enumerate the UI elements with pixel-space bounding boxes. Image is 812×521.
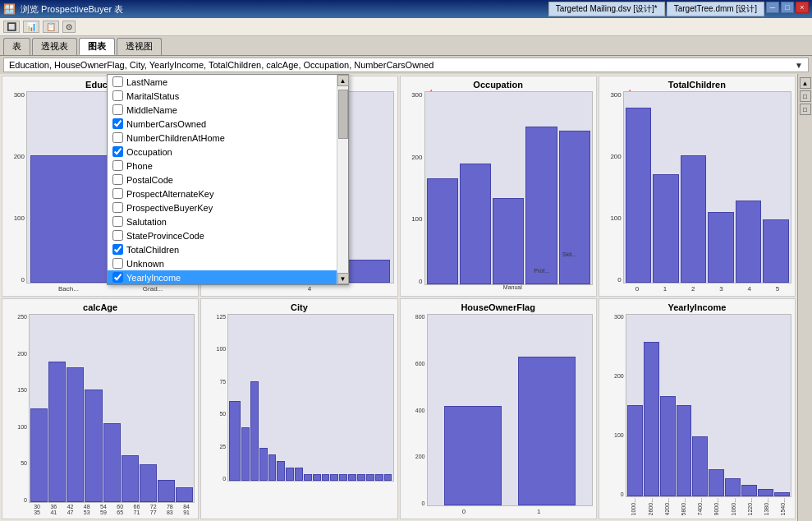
chart-calc-age: calcAge ➤ 250200150100500 — [2, 298, 199, 519]
dropdown-item-occupation[interactable]: Occupation — [108, 145, 348, 159]
checkbox-yearlyincome[interactable] — [112, 272, 123, 283]
dropdown-item-prospectivebuyerkey[interactable]: ProspectiveBuyerKey — [108, 201, 348, 214]
chart-total-children-title: TotalChildren — [668, 80, 726, 90]
dropdown-item-maritalstatus[interactable]: MaritalStatus — [108, 89, 348, 103]
checkbox-postalcode[interactable] — [112, 174, 123, 185]
dropdown-item-postalcode[interactable]: PostalCode — [108, 173, 348, 187]
chart-total-children: TotalChildren ➤ 3002001000 — [599, 76, 796, 297]
tab-table[interactable]: 表 — [3, 38, 30, 55]
dropdown-scrollbar[interactable]: ▲ ▼ — [337, 75, 348, 284]
checkbox-phone[interactable] — [112, 160, 123, 171]
dropdown-item-salutation[interactable]: Salutation — [108, 214, 348, 228]
checkbox-prospectivebuyerkey[interactable] — [112, 202, 123, 213]
field-selector-bar[interactable]: Education, HouseOwnerFlag, City, YearlyI… — [3, 58, 809, 72]
chart-yearly-income-title: YearlyIncome — [667, 302, 726, 312]
tab-chart[interactable]: 图表 — [79, 38, 115, 55]
chart-city: City ➤ 1251007550250 — [200, 298, 397, 519]
chart-city-title: City — [291, 302, 308, 312]
toolbar-icon4[interactable]: ⊙ — [62, 21, 76, 33]
checkbox-stateprovincecode[interactable] — [112, 230, 123, 241]
chart-yearly-income: YearlyIncome 3002001000 — [599, 298, 796, 519]
sidebar-btn-1[interactable]: ▲ — [800, 77, 811, 89]
title-bar: 🪟 浏览 ProspectiveBuyer 表 Targeted Mailing… — [0, 0, 812, 18]
checkbox-unknown[interactable] — [112, 258, 123, 269]
toolbar-icon3[interactable]: 📋 — [43, 21, 59, 33]
dropdown-item-numberchildrenathome[interactable]: NumberChildrenAtHome — [108, 131, 348, 145]
field-selector-arrow[interactable]: ▼ — [795, 61, 803, 70]
checkbox-maritalstatus[interactable] — [112, 90, 123, 101]
right-sidebar: ▲ □ □ — [797, 74, 812, 521]
chart-house-owner-flag-title: HouseOwnerFlag — [461, 302, 534, 312]
dropdown-item-totalchildren[interactable]: TotalChildren — [108, 242, 348, 256]
field-selector-text: Education, HouseOwnerFlag, City, YearlyI… — [9, 60, 795, 70]
checkbox-lastname[interactable] — [112, 76, 123, 87]
checkbox-middlename[interactable] — [112, 104, 123, 115]
checkbox-prospectalternatekey[interactable] — [112, 188, 123, 199]
dropdown-item-stateprovincecode[interactable]: StateProvinceCode — [108, 228, 348, 242]
scroll-thumb[interactable] — [338, 90, 348, 139]
tab-pivot-chart[interactable]: 透视图 — [117, 38, 162, 55]
chart-house-owner-flag: HouseOwnerFlag 8006004002000 01 — [400, 298, 597, 519]
tab-file1[interactable]: Targeted Mailing.dsv [设计]* — [548, 2, 665, 16]
app-icon: 🪟 — [3, 3, 16, 15]
chart-calc-age-title: calcAge — [83, 302, 117, 312]
tab-pivot-table[interactable]: 透视表 — [32, 38, 77, 55]
main-content: Educ... ➤ 3002001000 Bach...Grad... — [0, 74, 812, 521]
checkbox-occupation[interactable] — [112, 146, 123, 157]
dropdown-item-yearlyincome[interactable]: YearlyIncome — [108, 270, 348, 284]
nav-tabs: 表 透视表 图表 透视图 — [0, 36, 812, 56]
chart-occupation: Occupation ➤ 3002001000 Clerical — [400, 76, 597, 297]
chart-occupation-title: Occupation — [473, 80, 523, 90]
checkbox-numberchildrenathome[interactable] — [112, 132, 123, 143]
sidebar-btn-2[interactable]: □ — [800, 90, 811, 102]
tab-file2[interactable]: TargetTree.dmm [设计] — [667, 2, 764, 16]
window-minimize[interactable]: ─ — [766, 2, 779, 13]
dropdown-item-phone[interactable]: Phone — [108, 159, 348, 173]
dropdown-item-middlename[interactable]: MiddleName — [108, 103, 348, 117]
checkbox-salutation[interactable] — [112, 216, 123, 227]
window-maximize[interactable]: □ — [781, 2, 794, 13]
dropdown-item-unknown[interactable]: Unknown — [108, 256, 348, 270]
checkbox-numbercarsowned[interactable] — [112, 118, 123, 129]
checkbox-totalchildren[interactable] — [112, 244, 123, 255]
dropdown-item-lastname[interactable]: LastName — [108, 75, 348, 89]
window-close[interactable]: × — [796, 2, 809, 13]
dropdown-list: LastName MaritalStatus MiddleName Number… — [108, 75, 348, 284]
toolbar: 🔲 📊 📋 ⊙ — [0, 18, 812, 36]
sidebar-btn-3[interactable]: □ — [800, 104, 811, 115]
toolbar-icon2[interactable]: 📊 — [23, 21, 39, 33]
scroll-up-btn[interactable]: ▲ — [337, 75, 349, 86]
scroll-down-btn[interactable]: ▼ — [337, 273, 349, 284]
field-dropdown: LastName MaritalStatus MiddleName Number… — [107, 74, 349, 285]
window-title: 浏览 ProspectiveBuyer 表 — [21, 3, 123, 16]
toolbar-icon1[interactable]: 🔲 — [3, 21, 20, 33]
dropdown-item-prospectalternatekey[interactable]: ProspectAlternateKey — [108, 187, 348, 201]
dropdown-item-numbercarsowned[interactable]: NumberCarsOwned — [108, 117, 348, 131]
